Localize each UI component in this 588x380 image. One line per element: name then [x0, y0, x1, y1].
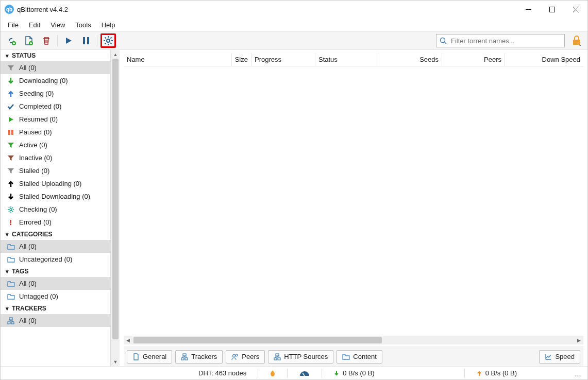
trackers-section-header[interactable]: ▾ TRACKERS	[1, 303, 111, 314]
col-seeds[interactable]: Seeds	[379, 53, 442, 66]
status-seeding[interactable]: Seeding (0)	[1, 87, 111, 100]
status-all[interactable]: All (0)	[1, 61, 111, 74]
scroll-left-icon[interactable]: ◀	[124, 336, 132, 344]
tab-speed[interactable]: Speed	[539, 350, 580, 364]
category-uncategorized[interactable]: Uncategorized (0)	[1, 253, 111, 266]
col-progress[interactable]: Progress	[251, 53, 315, 66]
svg-point-22	[10, 209, 12, 211]
status-speed-limit-icon[interactable]	[299, 370, 310, 376]
preferences-button[interactable]	[100, 33, 116, 48]
status-errored[interactable]: ! Errored (0)	[1, 216, 111, 229]
folder-icon	[7, 292, 15, 301]
scroll-right-icon[interactable]: ▶	[575, 336, 583, 344]
svg-rect-1	[549, 7, 555, 12]
svg-rect-32	[8, 322, 10, 324]
status-stalled-downloading[interactable]: Stalled Downloading (0)	[1, 190, 111, 203]
svg-rect-39	[276, 354, 279, 356]
tab-content[interactable]: Content	[337, 350, 382, 364]
content-area: Name Size Progress Status Seeds Peers Do…	[120, 50, 587, 366]
svg-rect-41	[278, 358, 280, 360]
folder-icon	[7, 243, 15, 251]
network-icon	[7, 317, 15, 325]
status-paused[interactable]: Paused (0)	[1, 126, 111, 139]
col-size[interactable]: Size	[232, 53, 251, 66]
tag-untagged[interactable]: Untagged (0)	[1, 290, 111, 303]
tracker-all[interactable]: All (0)	[1, 314, 111, 327]
add-link-button[interactable]	[4, 33, 19, 48]
users-icon	[231, 353, 239, 360]
svg-line-27	[9, 207, 9, 208]
pause-button[interactable]	[78, 33, 94, 48]
resume-button[interactable]	[61, 33, 76, 48]
svg-point-8	[107, 39, 110, 42]
pause-icon	[7, 128, 15, 136]
menubar: File Edit View Tools Help	[1, 18, 587, 31]
status-checking[interactable]: Checking (0)	[1, 203, 111, 216]
search-icon	[440, 37, 447, 44]
svg-point-38	[236, 354, 238, 356]
lock-button[interactable]	[569, 33, 584, 48]
network-icon	[274, 353, 281, 360]
chevron-down-icon: ▾	[6, 305, 9, 312]
folder-icon	[342, 354, 350, 360]
error-icon: !	[7, 218, 15, 227]
status-completed[interactable]: Completed (0)	[1, 100, 111, 113]
sidebar-scrollbar[interactable]: ▲ ▼	[111, 50, 120, 366]
filter-stalled-icon	[7, 167, 15, 175]
horizontal-scrollbar[interactable]: ◀ ▶	[124, 336, 583, 344]
col-downspeed[interactable]: Down Speed	[505, 53, 583, 66]
status-download-speed[interactable]: 0 B/s (0 B)	[333, 369, 374, 377]
tag-all[interactable]: All (0)	[1, 277, 111, 290]
minimize-button[interactable]	[516, 1, 540, 18]
svg-line-16	[110, 38, 111, 39]
svg-rect-21	[11, 130, 13, 135]
status-upload-speed[interactable]: 0 B/s (0 B)	[476, 369, 517, 377]
col-peers[interactable]: Peers	[442, 53, 505, 66]
menu-view[interactable]: View	[45, 18, 70, 31]
chevron-down-icon: ▾	[6, 268, 9, 275]
search-box[interactable]	[436, 34, 565, 47]
maximize-button[interactable]	[540, 1, 564, 18]
scroll-up-icon[interactable]: ▲	[111, 50, 120, 59]
tab-trackers[interactable]: Trackers	[175, 350, 223, 364]
gear-icon	[7, 205, 15, 214]
menu-edit[interactable]: Edit	[24, 18, 45, 31]
status-inactive[interactable]: Inactive (0)	[1, 151, 111, 164]
status-stalled[interactable]: Stalled (0)	[1, 164, 111, 177]
col-name[interactable]: Name	[124, 53, 232, 66]
status-dht[interactable]: DHT: 463 nodes	[198, 369, 246, 377]
delete-button[interactable]	[39, 33, 54, 48]
menu-tools[interactable]: Tools	[70, 18, 96, 31]
scroll-down-icon[interactable]: ▼	[111, 357, 120, 366]
resize-grip-icon[interactable]: ⣀⣀	[574, 370, 581, 377]
svg-rect-19	[573, 40, 580, 45]
svg-point-17	[441, 38, 445, 43]
status-section-header[interactable]: ▾ STATUS	[1, 50, 111, 61]
status-downloading[interactable]: Downloading (0)	[1, 74, 111, 87]
add-file-button[interactable]	[21, 33, 37, 48]
status-stalled-uploading[interactable]: Stalled Uploading (0)	[1, 177, 111, 190]
svg-rect-7	[87, 37, 89, 44]
menu-help[interactable]: Help	[96, 18, 121, 31]
category-all[interactable]: All (0)	[1, 240, 111, 253]
folder-icon	[7, 280, 15, 288]
tab-http-sources[interactable]: HTTP Sources	[268, 350, 333, 364]
menu-file[interactable]: File	[3, 18, 24, 31]
status-resumed[interactable]: Resumed (0)	[1, 113, 111, 126]
document-icon	[132, 353, 140, 360]
status-active[interactable]: Active (0)	[1, 139, 111, 151]
svg-line-15	[105, 43, 106, 44]
filter-inactive-icon	[7, 154, 15, 162]
col-status[interactable]: Status	[315, 53, 379, 66]
upload-arrow-icon	[476, 370, 482, 376]
tab-peers[interactable]: Peers	[226, 350, 265, 364]
search-input[interactable]	[450, 37, 561, 45]
status-firewall-icon[interactable]	[270, 370, 276, 377]
categories-section-header[interactable]: ▾ CATEGORIES	[1, 229, 111, 240]
svg-rect-31	[9, 318, 12, 320]
tab-general[interactable]: General	[127, 350, 172, 364]
tags-section-header[interactable]: ▾ TAGS	[1, 266, 111, 277]
svg-rect-35	[181, 358, 184, 360]
close-button[interactable]	[564, 1, 587, 18]
chevron-down-icon: ▾	[6, 231, 9, 238]
